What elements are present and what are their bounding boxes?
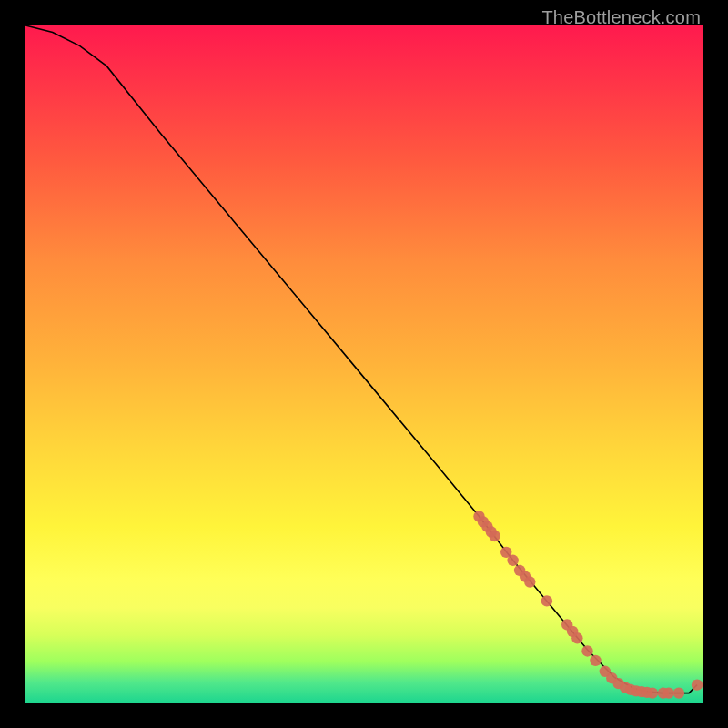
sample-dot bbox=[590, 655, 601, 666]
sample-dot bbox=[507, 555, 518, 566]
sample-dot bbox=[524, 576, 535, 587]
sample-dot bbox=[673, 687, 684, 698]
chart-frame: TheBottleneck.com bbox=[0, 0, 728, 728]
bottleneck-curve bbox=[25, 25, 697, 693]
sample-dots bbox=[473, 511, 703, 699]
plot-area bbox=[25, 25, 703, 703]
sample-dot bbox=[541, 595, 552, 606]
sample-dot bbox=[647, 687, 658, 698]
sample-dot bbox=[581, 645, 592, 656]
chart-svg bbox=[25, 25, 703, 703]
sample-dot bbox=[692, 679, 703, 690]
sample-dot bbox=[663, 687, 674, 698]
sample-dot bbox=[571, 632, 582, 643]
sample-dot bbox=[489, 531, 500, 541]
